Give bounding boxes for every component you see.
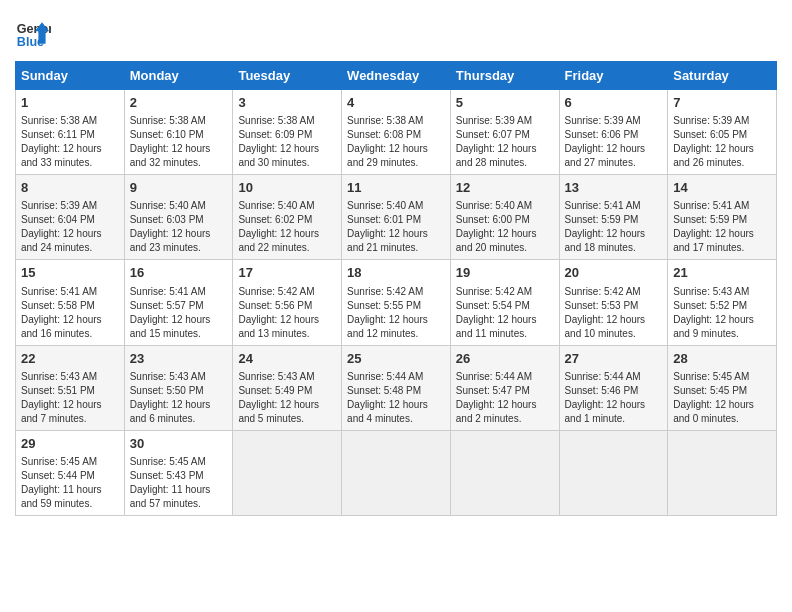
daylight-label: Daylight: 12 hours and 10 minutes. bbox=[565, 314, 646, 339]
day-number: 28 bbox=[673, 350, 771, 368]
calendar-week-row: 1Sunrise: 5:38 AMSunset: 6:11 PMDaylight… bbox=[16, 90, 777, 175]
calendar-header-row: SundayMondayTuesdayWednesdayThursdayFrid… bbox=[16, 62, 777, 90]
sunrise-label: Sunrise: 5:42 AM bbox=[456, 286, 532, 297]
day-header-sunday: Sunday bbox=[16, 62, 125, 90]
sunrise-label: Sunrise: 5:39 AM bbox=[673, 115, 749, 126]
sunset-label: Sunset: 6:02 PM bbox=[238, 214, 312, 225]
daylight-label: Daylight: 12 hours and 29 minutes. bbox=[347, 143, 428, 168]
day-number: 16 bbox=[130, 264, 228, 282]
day-number: 21 bbox=[673, 264, 771, 282]
sunset-label: Sunset: 6:04 PM bbox=[21, 214, 95, 225]
day-number: 4 bbox=[347, 94, 445, 112]
calendar-cell: 13Sunrise: 5:41 AMSunset: 5:59 PMDayligh… bbox=[559, 175, 668, 260]
calendar-cell: 5Sunrise: 5:39 AMSunset: 6:07 PMDaylight… bbox=[450, 90, 559, 175]
day-number: 2 bbox=[130, 94, 228, 112]
calendar-cell: 22Sunrise: 5:43 AMSunset: 5:51 PMDayligh… bbox=[16, 345, 125, 430]
calendar-week-row: 22Sunrise: 5:43 AMSunset: 5:51 PMDayligh… bbox=[16, 345, 777, 430]
calendar-cell: 29Sunrise: 5:45 AMSunset: 5:44 PMDayligh… bbox=[16, 430, 125, 515]
day-header-friday: Friday bbox=[559, 62, 668, 90]
calendar-cell: 9Sunrise: 5:40 AMSunset: 6:03 PMDaylight… bbox=[124, 175, 233, 260]
logo-icon: General Blue bbox=[15, 15, 51, 51]
day-number: 17 bbox=[238, 264, 336, 282]
calendar-cell: 12Sunrise: 5:40 AMSunset: 6:00 PMDayligh… bbox=[450, 175, 559, 260]
calendar-cell: 27Sunrise: 5:44 AMSunset: 5:46 PMDayligh… bbox=[559, 345, 668, 430]
day-number: 7 bbox=[673, 94, 771, 112]
sunset-label: Sunset: 5:52 PM bbox=[673, 300, 747, 311]
daylight-label: Daylight: 11 hours and 57 minutes. bbox=[130, 484, 211, 509]
daylight-label: Daylight: 12 hours and 32 minutes. bbox=[130, 143, 211, 168]
day-number: 30 bbox=[130, 435, 228, 453]
sunset-label: Sunset: 5:58 PM bbox=[21, 300, 95, 311]
sunrise-label: Sunrise: 5:38 AM bbox=[21, 115, 97, 126]
sunset-label: Sunset: 5:59 PM bbox=[673, 214, 747, 225]
daylight-label: Daylight: 12 hours and 5 minutes. bbox=[238, 399, 319, 424]
sunset-label: Sunset: 6:11 PM bbox=[21, 129, 95, 140]
sunrise-label: Sunrise: 5:41 AM bbox=[673, 200, 749, 211]
calendar-cell: 15Sunrise: 5:41 AMSunset: 5:58 PMDayligh… bbox=[16, 260, 125, 345]
day-number: 26 bbox=[456, 350, 554, 368]
sunrise-label: Sunrise: 5:42 AM bbox=[565, 286, 641, 297]
calendar-cell: 21Sunrise: 5:43 AMSunset: 5:52 PMDayligh… bbox=[668, 260, 777, 345]
sunset-label: Sunset: 5:48 PM bbox=[347, 385, 421, 396]
sunset-label: Sunset: 5:57 PM bbox=[130, 300, 204, 311]
sunrise-label: Sunrise: 5:42 AM bbox=[347, 286, 423, 297]
calendar-cell: 7Sunrise: 5:39 AMSunset: 6:05 PMDaylight… bbox=[668, 90, 777, 175]
day-number: 10 bbox=[238, 179, 336, 197]
calendar-cell: 6Sunrise: 5:39 AMSunset: 6:06 PMDaylight… bbox=[559, 90, 668, 175]
sunrise-label: Sunrise: 5:41 AM bbox=[565, 200, 641, 211]
daylight-label: Daylight: 12 hours and 16 minutes. bbox=[21, 314, 102, 339]
sunset-label: Sunset: 5:43 PM bbox=[130, 470, 204, 481]
daylight-label: Daylight: 12 hours and 20 minutes. bbox=[456, 228, 537, 253]
page-header: General Blue bbox=[15, 15, 777, 51]
calendar-cell: 11Sunrise: 5:40 AMSunset: 6:01 PMDayligh… bbox=[342, 175, 451, 260]
calendar-cell: 17Sunrise: 5:42 AMSunset: 5:56 PMDayligh… bbox=[233, 260, 342, 345]
calendar-cell: 20Sunrise: 5:42 AMSunset: 5:53 PMDayligh… bbox=[559, 260, 668, 345]
sunrise-label: Sunrise: 5:43 AM bbox=[130, 371, 206, 382]
day-number: 18 bbox=[347, 264, 445, 282]
calendar-cell: 30Sunrise: 5:45 AMSunset: 5:43 PMDayligh… bbox=[124, 430, 233, 515]
sunset-label: Sunset: 5:45 PM bbox=[673, 385, 747, 396]
day-number: 23 bbox=[130, 350, 228, 368]
sunset-label: Sunset: 6:09 PM bbox=[238, 129, 312, 140]
day-number: 6 bbox=[565, 94, 663, 112]
daylight-label: Daylight: 12 hours and 7 minutes. bbox=[21, 399, 102, 424]
day-number: 24 bbox=[238, 350, 336, 368]
sunrise-label: Sunrise: 5:43 AM bbox=[21, 371, 97, 382]
calendar-cell: 14Sunrise: 5:41 AMSunset: 5:59 PMDayligh… bbox=[668, 175, 777, 260]
day-number: 29 bbox=[21, 435, 119, 453]
sunset-label: Sunset: 5:53 PM bbox=[565, 300, 639, 311]
sunset-label: Sunset: 5:56 PM bbox=[238, 300, 312, 311]
sunrise-label: Sunrise: 5:45 AM bbox=[21, 456, 97, 467]
sunrise-label: Sunrise: 5:38 AM bbox=[347, 115, 423, 126]
day-number: 25 bbox=[347, 350, 445, 368]
sunset-label: Sunset: 5:54 PM bbox=[456, 300, 530, 311]
calendar-cell: 26Sunrise: 5:44 AMSunset: 5:47 PMDayligh… bbox=[450, 345, 559, 430]
calendar-cell: 2Sunrise: 5:38 AMSunset: 6:10 PMDaylight… bbox=[124, 90, 233, 175]
sunrise-label: Sunrise: 5:39 AM bbox=[565, 115, 641, 126]
day-number: 3 bbox=[238, 94, 336, 112]
day-number: 9 bbox=[130, 179, 228, 197]
day-number: 13 bbox=[565, 179, 663, 197]
day-number: 8 bbox=[21, 179, 119, 197]
day-number: 1 bbox=[21, 94, 119, 112]
sunrise-label: Sunrise: 5:44 AM bbox=[347, 371, 423, 382]
calendar-cell: 16Sunrise: 5:41 AMSunset: 5:57 PMDayligh… bbox=[124, 260, 233, 345]
sunrise-label: Sunrise: 5:40 AM bbox=[238, 200, 314, 211]
sunrise-label: Sunrise: 5:41 AM bbox=[21, 286, 97, 297]
calendar-cell bbox=[668, 430, 777, 515]
sunrise-label: Sunrise: 5:39 AM bbox=[21, 200, 97, 211]
daylight-label: Daylight: 12 hours and 6 minutes. bbox=[130, 399, 211, 424]
calendar-week-row: 29Sunrise: 5:45 AMSunset: 5:44 PMDayligh… bbox=[16, 430, 777, 515]
day-number: 27 bbox=[565, 350, 663, 368]
sunrise-label: Sunrise: 5:40 AM bbox=[130, 200, 206, 211]
calendar-cell: 24Sunrise: 5:43 AMSunset: 5:49 PMDayligh… bbox=[233, 345, 342, 430]
sunset-label: Sunset: 6:03 PM bbox=[130, 214, 204, 225]
daylight-label: Daylight: 12 hours and 18 minutes. bbox=[565, 228, 646, 253]
sunset-label: Sunset: 5:59 PM bbox=[565, 214, 639, 225]
sunset-label: Sunset: 6:00 PM bbox=[456, 214, 530, 225]
day-number: 22 bbox=[21, 350, 119, 368]
daylight-label: Daylight: 12 hours and 26 minutes. bbox=[673, 143, 754, 168]
calendar-cell bbox=[342, 430, 451, 515]
day-number: 12 bbox=[456, 179, 554, 197]
sunrise-label: Sunrise: 5:43 AM bbox=[673, 286, 749, 297]
